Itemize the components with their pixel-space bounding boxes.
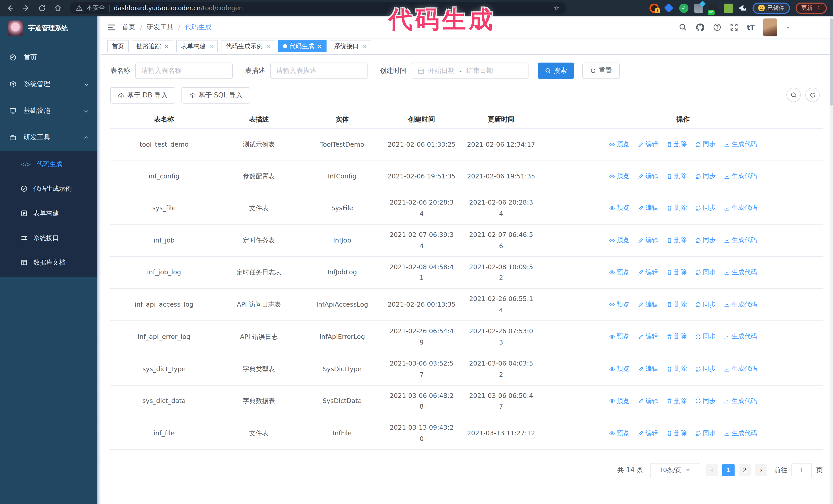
tag-trace[interactable]: 链路追踪× bbox=[132, 40, 173, 52]
bookmark-star-icon[interactable]: ☆ bbox=[553, 4, 560, 12]
next-page-button[interactable]: › bbox=[755, 464, 767, 476]
page-button-1[interactable]: 1 bbox=[722, 464, 735, 476]
edit-action-link[interactable]: 编辑 bbox=[638, 429, 658, 438]
extension-grid-icon[interactable] bbox=[694, 3, 703, 13]
profile-paused-pill[interactable]: 已暂停 bbox=[753, 2, 790, 14]
table-row[interactable]: inf_api_access_log API 访问日志表 InfApiAcces… bbox=[110, 289, 823, 321]
edit-action-link[interactable]: 编辑 bbox=[638, 140, 658, 149]
edit-action-link[interactable]: 编辑 bbox=[638, 397, 658, 406]
table-row[interactable]: inf_job 定时任务表 InfJob 2021-02-07 06:39:3 … bbox=[110, 224, 823, 257]
sync-action-link[interactable]: 同步 bbox=[695, 140, 716, 149]
table-row[interactable]: inf_api_error_log API 错误日志 InfApiErrorLo… bbox=[110, 321, 823, 353]
extensions-puzzle-icon[interactable] bbox=[739, 4, 747, 12]
delete-action-link[interactable]: 删除 bbox=[666, 204, 687, 213]
import-sql-button[interactable]: 基于 SQL 导入 bbox=[182, 87, 250, 103]
toggle-search-button[interactable] bbox=[786, 88, 801, 102]
breadcrumb-home[interactable]: 首页 bbox=[122, 23, 135, 32]
scrollbar-thumb[interactable] bbox=[830, 19, 833, 105]
page-scrollbar[interactable] bbox=[830, 17, 833, 504]
browser-update-button[interactable]: 更新⋮ bbox=[795, 2, 827, 14]
browser-menu-dots-icon[interactable]: ⋮ bbox=[816, 7, 821, 9]
close-icon[interactable]: × bbox=[266, 43, 270, 49]
tag-home[interactable]: 首页 bbox=[107, 40, 129, 52]
delete-action-link[interactable]: 删除 bbox=[666, 236, 687, 245]
sidebar-item-codegen-example[interactable]: 代码生成示例 bbox=[0, 176, 97, 201]
eye-action-link[interactable]: 预览 bbox=[609, 397, 629, 406]
sidebar-item-system[interactable]: 系统管理 bbox=[0, 71, 97, 97]
eye-action-link[interactable]: 预览 bbox=[609, 172, 629, 181]
date-range-picker[interactable]: 开始日期 - 结束日期 bbox=[412, 63, 528, 79]
back-icon[interactable] bbox=[6, 4, 14, 12]
close-icon[interactable]: × bbox=[209, 43, 213, 49]
sync-action-link[interactable]: 同步 bbox=[695, 397, 716, 406]
sidebar-scrollbar[interactable] bbox=[97, 17, 101, 504]
page-button-2[interactable]: 2 bbox=[739, 464, 751, 476]
close-icon[interactable]: × bbox=[317, 43, 322, 49]
eye-action-link[interactable]: 预览 bbox=[609, 236, 629, 245]
sync-action-link[interactable]: 同步 bbox=[695, 172, 716, 181]
eye-action-link[interactable]: 预览 bbox=[609, 204, 629, 213]
extension-gem-icon[interactable] bbox=[664, 3, 673, 13]
edit-action-link[interactable]: 编辑 bbox=[638, 236, 658, 245]
eye-action-link[interactable]: 预览 bbox=[609, 300, 629, 309]
sidebar-item-devtools[interactable]: 研发工具 bbox=[0, 124, 97, 151]
sync-action-link[interactable]: 同步 bbox=[695, 429, 716, 438]
text-size-icon[interactable]: tT bbox=[747, 23, 755, 31]
delete-action-link[interactable]: 删除 bbox=[666, 397, 687, 406]
delete-action-link[interactable]: 删除 bbox=[666, 140, 687, 149]
download-action-link[interactable]: 生成代码 bbox=[724, 429, 757, 438]
edit-action-link[interactable]: 编辑 bbox=[638, 204, 658, 213]
avatar[interactable] bbox=[763, 18, 777, 36]
close-icon[interactable]: × bbox=[164, 43, 169, 49]
home-icon[interactable] bbox=[54, 4, 62, 12]
table-row[interactable]: sys_file 文件表 SysFile 2021-02-06 20:28:3 … bbox=[110, 192, 823, 224]
edit-action-link[interactable]: 编辑 bbox=[638, 300, 658, 309]
eye-action-link[interactable]: 预览 bbox=[609, 268, 629, 277]
table-row[interactable]: inf_file 文件表 InfFile 2021-03-13 09:43:2 … bbox=[110, 417, 823, 450]
extension-rss-icon[interactable]: 1 bbox=[649, 3, 659, 13]
extension-android-icon[interactable] bbox=[724, 3, 733, 13]
table-desc-input[interactable]: 请输入表描述 bbox=[270, 63, 367, 79]
tag-codegen[interactable]: 代码生成× bbox=[278, 40, 326, 52]
download-action-link[interactable]: 生成代码 bbox=[724, 397, 757, 406]
sidebar-item-form-builder[interactable]: 表单构建 bbox=[0, 201, 97, 225]
edit-action-link[interactable]: 编辑 bbox=[638, 364, 658, 373]
sidebar-item-db-doc[interactable]: 数据库文档 bbox=[0, 250, 97, 275]
download-action-link[interactable]: 生成代码 bbox=[724, 204, 757, 213]
sync-action-link[interactable]: 同步 bbox=[695, 364, 716, 373]
sync-action-link[interactable]: 同步 bbox=[695, 300, 716, 309]
download-action-link[interactable]: 生成代码 bbox=[724, 268, 757, 277]
delete-action-link[interactable]: 删除 bbox=[666, 333, 687, 341]
sidebar-logo[interactable]: 芋道管理系统 bbox=[0, 17, 97, 40]
table-row[interactable]: inf_config 参数配置表 InfConfig 2021-02-06 19… bbox=[110, 161, 823, 192]
table-name-input[interactable]: 请输入表名称 bbox=[135, 63, 233, 79]
reload-icon[interactable] bbox=[38, 4, 46, 12]
delete-action-link[interactable]: 删除 bbox=[666, 268, 687, 277]
edit-action-link[interactable]: 编辑 bbox=[638, 268, 658, 277]
search-button[interactable]: 搜索 bbox=[538, 63, 574, 79]
eye-action-link[interactable]: 预览 bbox=[609, 429, 629, 438]
table-row[interactable]: inf_job_log 定时任务日志表 InfJobLog 2021-02-08… bbox=[110, 257, 823, 289]
prev-page-button[interactable]: ‹ bbox=[706, 464, 718, 476]
github-icon[interactable] bbox=[696, 23, 704, 31]
refresh-table-button[interactable] bbox=[805, 88, 820, 102]
delete-action-link[interactable]: 删除 bbox=[666, 364, 687, 373]
sidebar-item-codegen[interactable]: </> 代码生成 bbox=[0, 152, 97, 176]
download-action-link[interactable]: 生成代码 bbox=[724, 236, 757, 245]
edit-action-link[interactable]: 编辑 bbox=[638, 333, 658, 341]
search-icon[interactable] bbox=[679, 23, 687, 31]
delete-action-link[interactable]: 删除 bbox=[666, 172, 687, 181]
extension-check-icon[interactable]: ✓ bbox=[679, 3, 688, 13]
eye-action-link[interactable]: 预览 bbox=[609, 333, 629, 341]
download-action-link[interactable]: 生成代码 bbox=[724, 333, 757, 341]
sidebar-item-system-api[interactable]: 系统接口 bbox=[0, 225, 97, 250]
download-action-link[interactable]: 生成代码 bbox=[724, 364, 757, 373]
tag-form-builder[interactable]: 表单构建× bbox=[176, 40, 218, 52]
sync-action-link[interactable]: 同步 bbox=[695, 204, 716, 213]
edit-action-link[interactable]: 编辑 bbox=[638, 172, 658, 181]
breadcrumb-group[interactable]: 研发工具 bbox=[147, 23, 173, 32]
download-action-link[interactable]: 生成代码 bbox=[724, 140, 757, 149]
sidebar-item-infra[interactable]: 基础设施 bbox=[0, 97, 97, 124]
table-row[interactable]: tool_test_demo 测试示例表 ToolTestDemo 2021-0… bbox=[110, 129, 823, 161]
eye-action-link[interactable]: 预览 bbox=[609, 364, 629, 373]
